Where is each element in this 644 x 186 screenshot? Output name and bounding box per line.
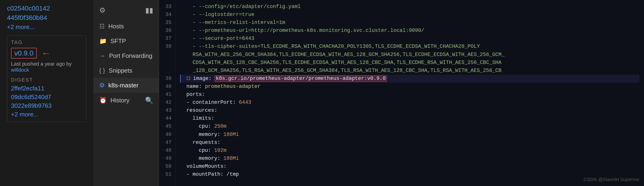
code-line-34: - --logtostderr=true bbox=[180, 11, 639, 19]
digest-link-1[interactable]: 2ffef2ecfa11 bbox=[11, 85, 82, 92]
sidebar-item-k8s-master[interactable]: ⚙ k8s-master bbox=[94, 78, 159, 93]
line-num-37: 37 bbox=[165, 35, 172, 43]
code-line-41: ports: bbox=[180, 91, 639, 99]
line-num-42: 42 bbox=[165, 99, 172, 107]
sidebar-item-sftp[interactable]: 📁 SFTP bbox=[94, 34, 159, 49]
sidebar-item-history-label: History bbox=[110, 97, 130, 104]
left-panel: c02540c00142 445f0f360b84 +2 more... TAG… bbox=[0, 0, 94, 186]
code-line-38c: CDSA_WITH_AES_128_CBC_SHA256,TLS_ECDHE_E… bbox=[180, 59, 639, 67]
settings-icon-button[interactable]: ⚙ bbox=[99, 6, 106, 14]
arrow-icon: → bbox=[99, 52, 105, 60]
line-num-40: 40 bbox=[165, 83, 172, 91]
sidebar-item-k8s-master-label: k8s-master bbox=[108, 82, 138, 89]
line-num-38c bbox=[165, 59, 172, 67]
folder-icon: 📁 bbox=[99, 38, 107, 45]
clock-icon: ⏰ bbox=[99, 97, 107, 104]
code-line-33: - --config=/etc/adapter/config.yaml bbox=[180, 3, 639, 11]
gear-icon: ⚙ bbox=[99, 82, 104, 89]
code-line-42: - containerPort: 6443 bbox=[180, 99, 639, 107]
link-2[interactable]: 445f0f360b84 bbox=[7, 14, 86, 22]
top-more-link[interactable]: +2 more... bbox=[7, 24, 86, 31]
code-editor: 33 34 35 36 37 38 39 40 41 42 43 44 45 4… bbox=[159, 0, 644, 186]
sidebar-item-hosts-label: Hosts bbox=[108, 23, 124, 30]
sidebar-item-snippets-label: Snippets bbox=[109, 67, 132, 74]
code-line-51: - mountPath: /tmp bbox=[180, 170, 639, 178]
code-line-38: - --tls-cipher-suites=TLS_ECDHE_RSA_WITH… bbox=[180, 43, 639, 51]
link-1[interactable]: c02540c00142 bbox=[7, 5, 86, 12]
code-line-35: - --metrics-relist-interval=1m bbox=[180, 19, 639, 27]
line-num-43: 43 bbox=[165, 107, 172, 115]
code-line-38b: RSA_WITH_AES_256_GCM_SHA384,TLS_ECDHE_EC… bbox=[180, 51, 639, 59]
code-line-37: - --secure-port=6443 bbox=[180, 35, 639, 43]
digest-section: DIGEST 2ffef2ecfa11 09dc6d5240d7 3022e89… bbox=[11, 77, 82, 118]
line-numbers: 33 34 35 36 37 38 39 40 41 42 43 44 45 4… bbox=[159, 0, 176, 186]
grid-icon: ☷ bbox=[99, 23, 104, 30]
code-lines: - --config=/etc/adapter/config.yaml - --… bbox=[176, 0, 644, 186]
code-line-45: cpu: 250m bbox=[180, 122, 639, 130]
sidebar-item-snippets[interactable]: { } Snippets bbox=[94, 63, 159, 78]
code-line-38d: _128_GCM_SHA256,TLS_RSA_WITH_AES_256_GCM… bbox=[180, 67, 639, 75]
line-num-41: 41 bbox=[165, 91, 172, 99]
line-num-39: 39 bbox=[165, 75, 172, 83]
nav-top-icons: ⚙ ▮▮ bbox=[94, 2, 159, 19]
search-icon[interactable]: 🔍 bbox=[145, 97, 153, 104]
digest-label: DIGEST bbox=[11, 77, 82, 83]
code-line-50: volumeMounts: bbox=[180, 162, 639, 170]
sidebar-item-port-forwarding[interactable]: → Port Forwarding bbox=[94, 49, 159, 63]
code-line-36: - --prometheus-url=http://prometheus-k8s… bbox=[180, 27, 639, 35]
sidebar-item-port-forwarding-label: Port Forwarding bbox=[109, 52, 152, 60]
line-num-46: 46 bbox=[165, 131, 172, 139]
arrow-left-icon: ← bbox=[42, 48, 51, 59]
top-links: c02540c00142 445f0f360b84 +2 more... bbox=[7, 5, 86, 31]
digest-link-3[interactable]: 3022e89b9763 bbox=[11, 102, 82, 109]
code-line-43: resources: bbox=[180, 107, 639, 115]
digest-more-link[interactable]: +2 more... bbox=[11, 111, 38, 118]
line-num-47: 47 bbox=[165, 139, 172, 147]
code-line-48: cpu: 102m bbox=[180, 147, 639, 155]
terminal-icon-button[interactable]: ▮▮ bbox=[145, 6, 153, 14]
line-num-51: 51 bbox=[165, 170, 172, 178]
digest-link-2[interactable]: 09dc6d5240d7 bbox=[11, 93, 82, 101]
tag-section: TAG v0.9.0 ← Last pushed a year ago by w… bbox=[7, 35, 86, 122]
sidebar-item-history[interactable]: ⏰ History 🔍 bbox=[94, 93, 159, 108]
history-left: ⏰ History bbox=[99, 97, 130, 104]
sidebar-item-sftp-label: SFTP bbox=[110, 38, 126, 45]
tag-label: TAG bbox=[11, 39, 82, 46]
line-num-34: 34 bbox=[165, 11, 172, 19]
line-num-38d bbox=[165, 67, 172, 75]
line-num-33: 33 bbox=[165, 3, 172, 11]
line-num-45: 45 bbox=[165, 122, 172, 130]
line-num-36: 36 bbox=[165, 27, 172, 35]
line-num-35: 35 bbox=[165, 19, 172, 27]
line-num-50: 50 bbox=[165, 162, 172, 170]
code-line-44: limits: bbox=[180, 115, 639, 122]
code-line-39: □ image: k8s.gcr.io/prometheus-adapter/p… bbox=[180, 75, 639, 83]
sidebar-nav: ⚙ ▮▮ ☷ Hosts 📁 SFTP → Port Forwarding { … bbox=[94, 0, 159, 186]
tag-value-wrapper: v0.9.0 ← bbox=[11, 48, 82, 59]
braces-icon: { } bbox=[99, 67, 105, 74]
push-info: Last pushed a year ago by willdock bbox=[11, 61, 82, 73]
line-num-44: 44 bbox=[165, 115, 172, 122]
code-container: 33 34 35 36 37 38 39 40 41 42 43 44 45 4… bbox=[159, 0, 644, 186]
line-num-38b bbox=[165, 51, 172, 59]
username: willdock bbox=[11, 67, 29, 73]
code-line-40: name: prometheus-adapter bbox=[180, 83, 639, 91]
line-num-49: 49 bbox=[165, 155, 172, 162]
code-line-47: requests: bbox=[180, 139, 639, 147]
highlight-image-value: k8s.gcr.io/prometheus-adapter/prometheus… bbox=[214, 75, 387, 82]
tag-value[interactable]: v0.9.0 bbox=[11, 48, 37, 59]
code-line-49: memory: 180Mi bbox=[180, 155, 639, 162]
sidebar-item-hosts[interactable]: ☷ Hosts bbox=[94, 19, 159, 34]
code-line-46: memory: 180Mi bbox=[180, 131, 639, 139]
line-num-38: 38 bbox=[165, 43, 172, 51]
line-num-48: 48 bbox=[165, 147, 172, 155]
watermark: CSDN @XiaoHH Superme bbox=[584, 176, 639, 183]
